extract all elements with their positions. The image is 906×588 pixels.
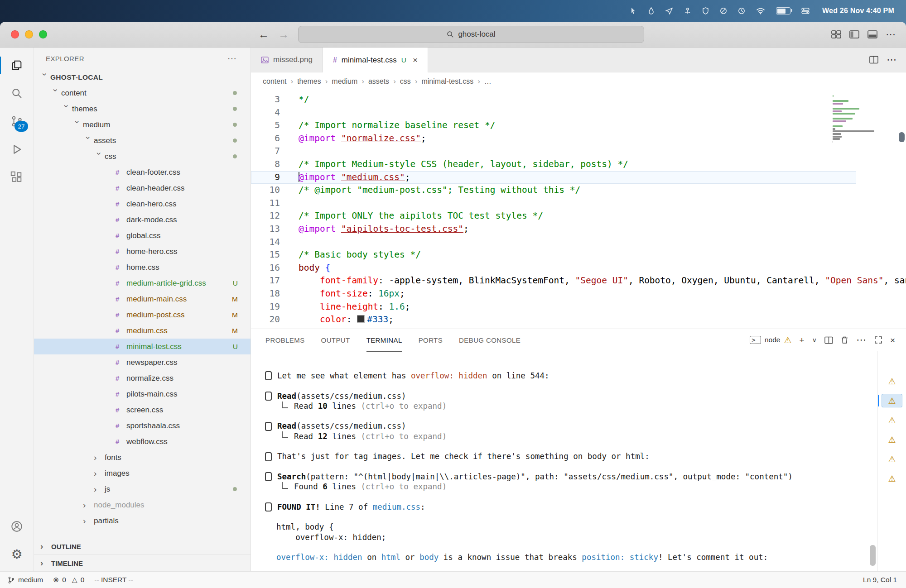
terminal-tab-4[interactable]: ⚠	[882, 433, 902, 446]
code-line-11[interactable]: 11	[251, 197, 856, 210]
tree-item-themes[interactable]: ›themes	[34, 101, 251, 117]
timeline-section[interactable]: › TIMELINE	[34, 555, 251, 571]
terminal-dropdown-icon[interactable]: ∨	[812, 337, 817, 343]
breadcrumb-item-content[interactable]: content	[263, 77, 286, 86]
tree-item-minimal-test.css[interactable]: #minimal-test.cssU	[34, 339, 251, 354]
panel-tab-debug-console[interactable]: DEBUG CONSOLE	[459, 329, 520, 352]
tree-item-normalize.css[interactable]: #normalize.css	[34, 370, 251, 386]
nav-back-button[interactable]: ←	[258, 29, 269, 40]
git-branch-item[interactable]: medium	[7, 576, 43, 584]
tree-item-pilots-main.css[interactable]: #pilots-main.css	[34, 386, 251, 402]
tree-item-clean-hero.css[interactable]: #clean-hero.css	[34, 196, 251, 212]
tree-item-clean-footer.css[interactable]: #clean-footer.css	[34, 164, 251, 180]
customize-layout-icon[interactable]	[831, 30, 841, 39]
cursor-position-item[interactable]: Ln 9, Col 1	[863, 576, 897, 584]
split-terminal-icon[interactable]	[824, 336, 833, 344]
battery-icon[interactable]	[776, 7, 790, 14]
close-window-button[interactable]	[11, 30, 19, 38]
panel-more-actions-icon[interactable]: ⋯	[856, 334, 867, 346]
maximize-panel-icon[interactable]	[874, 336, 882, 344]
editor-scrollbar[interactable]	[897, 91, 906, 329]
tree-item-medium.css[interactable]: #medium.cssM	[34, 323, 251, 339]
editor-tab-missed.png[interactable]: missed.png	[251, 48, 323, 72]
tree-item-assets[interactable]: ›assets	[34, 133, 251, 148]
code-line-14[interactable]: 14	[251, 236, 856, 249]
activitybar-settings[interactable]: ⚙	[0, 540, 34, 569]
terminal-output[interactable]: Let me see what element has overflow: hi…	[251, 351, 877, 571]
activitybar-extensions[interactable]	[0, 163, 34, 191]
editor-tab-minimal-test.css[interactable]: #minimal-test.cssU×	[323, 48, 428, 72]
split-editor-icon[interactable]	[869, 56, 878, 64]
code-line-15[interactable]: 15/* Basic body styles */	[251, 249, 856, 262]
shield-icon[interactable]	[702, 7, 709, 14]
terminal-tab-2[interactable]: ⚠	[882, 394, 902, 407]
terminal-tab-1[interactable]: ⚠	[882, 374, 902, 388]
tree-item-home.css[interactable]: #home.css	[34, 259, 251, 275]
send-icon[interactable]	[665, 7, 673, 14]
tree-item-js[interactable]: ›js	[34, 481, 251, 497]
tree-item-home-hero.css[interactable]: #home-hero.css	[34, 244, 251, 259]
code-line-18[interactable]: 18 font-size: 16px;	[251, 287, 856, 301]
close-tab-icon[interactable]: ×	[413, 55, 418, 65]
code-line-3[interactable]: 3*/	[251, 93, 856, 106]
tree-item-medium-article-grid.css[interactable]: #medium-article-grid.cssU	[34, 275, 251, 291]
tree-item-dark-mode.css[interactable]: #dark-mode.css	[34, 212, 251, 228]
breadcrumb-item-medium[interactable]: medium	[332, 77, 357, 86]
code-line-12[interactable]: 12/* Import ONLY the aipilots TOC test s…	[251, 210, 856, 223]
tree-item-node_modules[interactable]: ›node_modules	[34, 497, 251, 513]
menubar-clock[interactable]: Wed 26 Nov 4:40 PM	[822, 7, 894, 15]
code-line-10[interactable]: 10/* @import "medium-post.css"; Testing …	[251, 184, 856, 197]
close-panel-icon[interactable]: ×	[890, 336, 895, 344]
tree-item-fonts[interactable]: ›fonts	[34, 449, 251, 465]
toggle-panel-icon[interactable]	[867, 30, 877, 39]
code-line-4[interactable]: 4	[251, 106, 856, 120]
activitybar-run-debug[interactable]	[0, 135, 34, 163]
tree-item-global.css[interactable]: #global.css	[34, 228, 251, 244]
terminal-tab-5[interactable]: ⚠	[882, 452, 902, 466]
tree-item-sportshaala.css[interactable]: #sportshaala.css	[34, 418, 251, 434]
code-line-19[interactable]: 19 line-height: 1.6;	[251, 301, 856, 314]
nav-forward-button[interactable]: →	[278, 29, 289, 40]
code-line-5[interactable]: 5/* Import normalize baseline reset */	[251, 119, 856, 132]
zoom-window-button[interactable]	[39, 30, 47, 38]
tree-item-medium[interactable]: ›medium	[34, 117, 251, 133]
clock-icon[interactable]	[738, 7, 745, 14]
code-line-16[interactable]: 16body {	[251, 262, 856, 275]
code-line-13[interactable]: 13@import "aipilots-toc-test.css";	[251, 223, 856, 236]
breadcrumb-item-assets[interactable]: assets	[368, 77, 389, 86]
code-editor[interactable]: 3*/45/* Import normalize baseline reset …	[251, 91, 906, 329]
panel-tab-ports[interactable]: PORTS	[419, 329, 443, 352]
breadcrumb-item-minimal-test.css[interactable]: minimal-test.css	[421, 77, 473, 86]
new-terminal-button[interactable]: +	[800, 336, 805, 344]
anchor-icon[interactable]	[684, 7, 691, 14]
panel-tab-problems[interactable]: PROBLEMS	[265, 329, 305, 352]
tree-item-medium-post.css[interactable]: #medium-post.cssM	[34, 307, 251, 323]
drop-icon[interactable]	[648, 7, 655, 14]
breadcrumb-item-themes[interactable]: themes	[297, 77, 321, 86]
control-center-icon[interactable]	[801, 7, 810, 14]
tree-item-clean-header.css[interactable]: #clean-header.css	[34, 180, 251, 196]
cursor-tool-icon[interactable]	[630, 7, 637, 14]
editor-scrollbar-thumb[interactable]	[899, 132, 905, 142]
more-actions-icon[interactable]: ⋯	[886, 29, 896, 40]
code-line-9[interactable]: 9@import "medium.css";	[251, 171, 856, 184]
outline-section[interactable]: › OUTLINE	[34, 538, 251, 555]
activitybar-explorer[interactable]	[0, 51, 34, 79]
breadcrumb-item-css[interactable]: css	[400, 77, 411, 86]
explorer-more-actions-icon[interactable]: ⋯	[227, 53, 237, 64]
panel-tab-output[interactable]: OUTPUT	[321, 329, 350, 352]
code-line-8[interactable]: 8/* Import Medium-style CSS (header, lay…	[251, 158, 856, 171]
tree-item-newspaper.css[interactable]: #newspaper.css	[34, 354, 251, 370]
tree-item-images[interactable]: ›images	[34, 465, 251, 481]
kill-terminal-icon[interactable]	[841, 336, 848, 344]
code-line-7[interactable]: 7	[251, 145, 856, 158]
problems-item[interactable]: ⊗ 0 △ 0	[53, 576, 84, 584]
tree-item-css[interactable]: ›css	[34, 148, 251, 164]
command-center-search[interactable]: ghost-local	[298, 26, 644, 43]
code-line-6[interactable]: 6@import "normalize.css";	[251, 132, 856, 145]
tree-item-medium-main.css[interactable]: #medium-main.cssM	[34, 291, 251, 307]
wifi-icon[interactable]	[756, 8, 765, 14]
terminal-scrollbar-thumb[interactable]	[870, 545, 876, 566]
editor-more-actions-icon[interactable]: ⋯	[887, 54, 897, 66]
activitybar-account[interactable]	[0, 512, 34, 540]
